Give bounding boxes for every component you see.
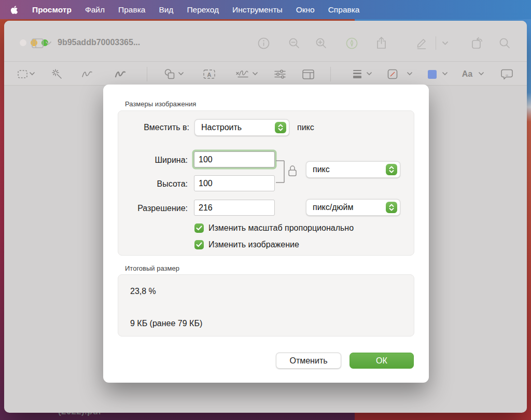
close-button[interactable]	[20, 39, 26, 46]
draw-tool-button[interactable]	[114, 67, 127, 81]
sidebar-chevron-down-icon[interactable]	[45, 37, 52, 49]
line-weight-chevron-down-icon[interactable]	[367, 72, 372, 76]
selection-tool-button[interactable]	[16, 67, 29, 81]
cancel-button[interactable]: Отменить	[276, 353, 341, 369]
scale-proportionally-label: Изменить масштаб пропорционально	[208, 223, 354, 233]
height-input[interactable]	[194, 175, 275, 191]
shapes-tool-button[interactable]	[163, 67, 176, 81]
result-percent: 23,8 %	[130, 287, 156, 296]
line-weight-button[interactable]	[351, 67, 364, 81]
sidebar-toggle-button[interactable]	[31, 37, 44, 49]
size-unit-popup[interactable]: пикс	[306, 161, 400, 178]
markup-toggle-button[interactable]	[415, 37, 428, 49]
menu-app[interactable]: Просмотр	[25, 0, 78, 19]
preview-window: 9b95addb70003365...	[4, 21, 527, 413]
fit-into-label: Вместить в:	[111, 122, 189, 133]
result-section-title: Итоговый размер	[125, 264, 179, 272]
menu-go[interactable]: Переход	[180, 0, 226, 19]
resample-image-label: Изменить изображение	[208, 240, 299, 249]
menu-window[interactable]: Окно	[289, 0, 322, 19]
popup-stepper-icon	[386, 164, 397, 175]
text-tool-button[interactable]: A	[202, 67, 216, 81]
markup-chevron-down-icon[interactable]	[441, 37, 449, 49]
dialog-section-title: Размеры изображения	[125, 100, 196, 108]
menu-view[interactable]: Вид	[152, 0, 180, 19]
resolution-label: Разрешение:	[110, 203, 188, 214]
fit-into-value: Настроить	[195, 123, 275, 132]
menu-help[interactable]: Справка	[322, 0, 367, 19]
ok-button[interactable]: ОК	[350, 353, 414, 369]
border-color-chevron-down-icon[interactable]	[407, 72, 412, 76]
resolution-unit-popup[interactable]: пикс/дюйм	[306, 199, 400, 216]
zoom-out-button[interactable]	[288, 37, 300, 49]
popup-stepper-icon	[386, 202, 397, 213]
selection-chevron-down-icon[interactable]	[30, 72, 35, 76]
shapes-chevron-down-icon[interactable]	[178, 72, 184, 76]
menu-file[interactable]: Файл	[78, 0, 111, 19]
menu-edit[interactable]: Правка	[111, 0, 152, 19]
popup-stepper-icon	[275, 122, 286, 133]
height-label: Высота:	[110, 179, 188, 189]
sign-tool-button[interactable]	[236, 67, 249, 81]
search-button[interactable]	[498, 37, 511, 49]
resolution-input[interactable]	[194, 200, 275, 216]
resample-image-checkbox[interactable]	[194, 240, 204, 249]
adjust-tool-button[interactable]	[273, 67, 287, 81]
annotation-comment-button[interactable]: ,,	[500, 67, 513, 81]
markup-toolbar: A	[4, 61, 527, 86]
text-style-chevron-down-icon[interactable]	[479, 72, 484, 76]
sign-chevron-down-icon[interactable]	[253, 72, 258, 76]
width-label: Ширина:	[110, 155, 188, 165]
markup-divider	[330, 67, 331, 81]
title-bar: 9b95addb70003365...	[4, 21, 527, 61]
fit-into-unit: пикс	[297, 122, 314, 133]
resample-image-checkbox-row: Изменить изображение	[194, 240, 299, 249]
adjust-size-tool-button[interactable]	[301, 67, 315, 81]
toolbar-divider	[436, 36, 436, 50]
adjust-size-dialog: Размеры изображения Вместить в: Настроит…	[103, 85, 429, 383]
fill-color-chevron-down-icon[interactable]	[442, 72, 448, 76]
svg-text:A: A	[207, 72, 211, 78]
size-unit-value: пикс	[306, 165, 386, 174]
instant-alpha-icon[interactable]	[50, 67, 64, 81]
info-button[interactable]	[257, 37, 270, 49]
sketch-tool-button[interactable]	[80, 67, 94, 81]
menu-tools[interactable]: Инструменты	[226, 0, 289, 19]
border-color-button[interactable]	[386, 67, 399, 81]
scale-proportionally-checkbox-row: Изменить масштаб пропорционально	[194, 223, 354, 233]
apple-menu-icon[interactable]	[10, 5, 18, 15]
rotate-button[interactable]	[471, 37, 483, 49]
resolution-unit-value: пикс/дюйм	[306, 203, 386, 212]
menu-bar: Просмотр Файл Правка Вид Переход Инструм…	[0, 0, 531, 19]
markup-divider	[147, 67, 147, 81]
text-style-button[interactable]: Aa	[460, 67, 474, 81]
highlight-button[interactable]	[345, 37, 358, 49]
svg-text:,,: ,,	[506, 71, 508, 76]
window-title: 9b95addb70003365...	[58, 38, 140, 47]
result-size: 9 КБ (ранее 79 КБ)	[130, 319, 202, 328]
fill-color-button[interactable]	[425, 67, 439, 81]
width-input[interactable]	[194, 151, 275, 167]
aspect-lock-icon	[275, 155, 302, 188]
zoom-in-button[interactable]	[315, 37, 327, 49]
share-button[interactable]	[375, 37, 387, 49]
scale-proportionally-checkbox[interactable]	[194, 223, 204, 233]
fit-into-popup[interactable]: Настроить	[194, 119, 289, 136]
